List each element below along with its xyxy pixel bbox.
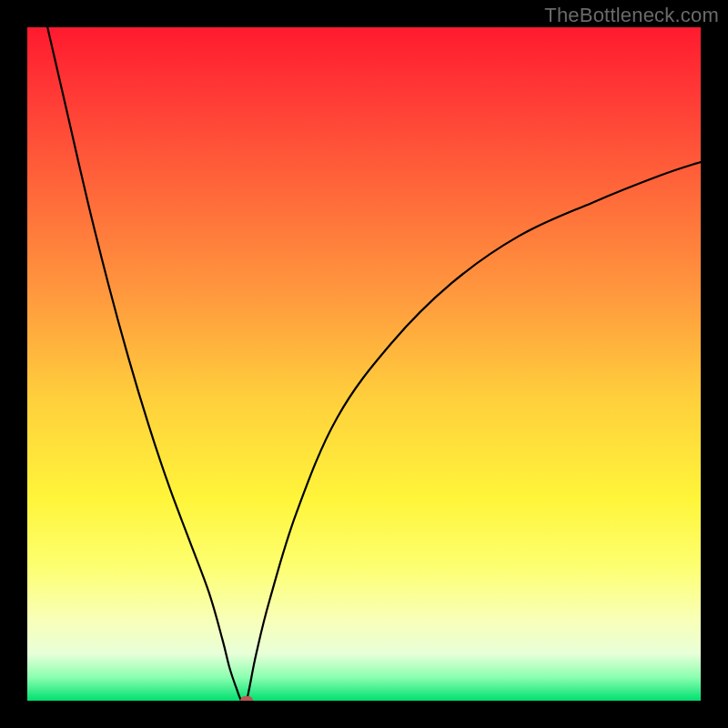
optimal-marker [240, 696, 253, 701]
curve-layer [27, 27, 701, 701]
watermark-text: TheBottleneck.com [544, 4, 719, 27]
bottleneck-curve [47, 27, 701, 701]
plot-area [27, 27, 701, 701]
chart-frame: TheBottleneck.com [0, 0, 728, 728]
